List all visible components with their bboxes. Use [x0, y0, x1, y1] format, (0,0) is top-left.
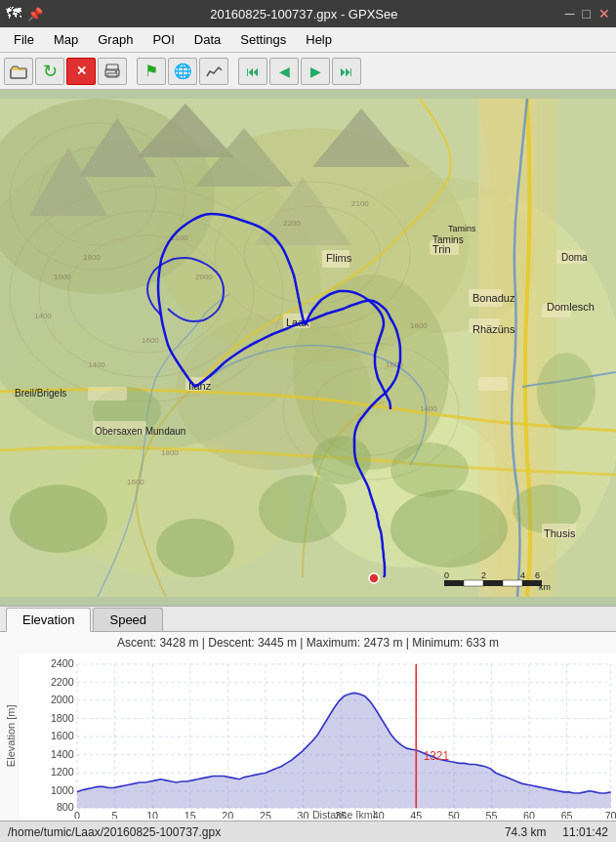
svg-text:45: 45 [410, 810, 422, 819]
svg-text:6: 6 [535, 570, 540, 580]
time: 11:01:42 [562, 825, 608, 839]
y-axis-label: Elevation [m] [2, 653, 20, 819]
svg-point-46 [10, 484, 107, 553]
window-title: 20160825-100737.gpx - GPXSee [43, 7, 565, 21]
svg-text:1400: 1400 [51, 748, 74, 760]
svg-text:1600: 1600 [142, 336, 159, 345]
svg-text:Flims: Flims [326, 252, 352, 264]
graph-stats: Ascent: 3428 m | Descent: 3445 m | Maxim… [0, 636, 616, 650]
svg-text:Bonaduz: Bonaduz [472, 292, 515, 304]
minimize-button[interactable]: ─ [565, 6, 575, 21]
svg-rect-82 [464, 580, 483, 586]
svg-text:Domlesch: Domlesch [547, 301, 595, 313]
menu-data[interactable]: Data [185, 30, 230, 49]
title-left: 🗺 📌 [6, 5, 43, 22]
svg-text:1800: 1800 [410, 321, 428, 330]
svg-text:30: 30 [298, 810, 309, 819]
svg-text:1800: 1800 [51, 712, 74, 724]
svg-text:Doma: Doma [561, 252, 588, 263]
menu-poi[interactable]: POI [143, 30, 184, 49]
svg-text:1400: 1400 [88, 360, 105, 369]
reload-button[interactable]: ↻ [35, 58, 64, 85]
svg-point-52 [390, 442, 469, 497]
graph-canvas-wrapper[interactable]: Elevation [m] [0, 653, 616, 819]
svg-text:0: 0 [74, 810, 80, 819]
svg-text:10: 10 [146, 810, 158, 819]
svg-text:55: 55 [485, 810, 497, 819]
next-next-button[interactable]: ⏭ [332, 58, 361, 85]
flag-button[interactable]: ⚑ [137, 58, 166, 85]
svg-text:km: km [539, 582, 551, 592]
svg-rect-81 [444, 580, 464, 586]
tab-elevation[interactable]: Elevation [6, 608, 91, 632]
close-file-button[interactable]: ✕ [66, 58, 96, 85]
svg-text:2000: 2000 [51, 694, 74, 705]
svg-point-80 [369, 573, 379, 583]
svg-text:Obersaxen Mundaun: Obersaxen Mundaun [95, 426, 185, 437]
svg-text:20: 20 [222, 810, 233, 819]
menu-file[interactable]: File [4, 30, 44, 49]
menu-bar: File Map Graph POI Data Settings Help [0, 27, 616, 53]
svg-text:60: 60 [523, 810, 535, 819]
menu-graph[interactable]: Graph [88, 30, 143, 49]
svg-text:2100: 2100 [351, 199, 369, 208]
elevation-graph: 2400 2200 2000 1800 1600 1400 1200 1000 … [20, 653, 616, 819]
window-controls: ─ □ ✕ [565, 6, 610, 21]
svg-rect-66 [478, 377, 508, 391]
menu-map[interactable]: Map [44, 30, 88, 49]
svg-text:Thusis: Thusis [544, 527, 576, 539]
globe-button[interactable]: 🌐 [168, 58, 197, 85]
print-button[interactable] [98, 58, 127, 85]
svg-text:Rhäzüns: Rhäzüns [472, 323, 515, 335]
distance: 74.3 km [505, 825, 547, 839]
svg-text:50: 50 [448, 810, 460, 819]
toolbar: ↻ ✕ ⚑ 🌐 ⏮ ◀ ▶ ⏭ [0, 53, 616, 90]
svg-text:25: 25 [260, 810, 271, 819]
svg-point-54 [537, 353, 595, 431]
svg-text:4: 4 [520, 570, 525, 580]
status-bar: /home/tumic/Laax/20160825-100737.gpx 74.… [0, 821, 616, 842]
svg-text:65: 65 [561, 810, 573, 819]
next-button[interactable]: ▶ [301, 58, 330, 85]
maximize-button[interactable]: □ [583, 6, 591, 21]
topo-map: 1800 2100 2000 1600 2200 2100 1600 1800 … [0, 90, 616, 606]
file-path: /home/tumic/Laax/20160825-100737.gpx [8, 825, 221, 839]
svg-text:1800: 1800 [83, 253, 101, 262]
svg-text:5: 5 [112, 810, 118, 819]
graph-content: Ascent: 3428 m | Descent: 3445 m | Maxim… [0, 632, 616, 821]
svg-text:Distance [km]: Distance [km] [312, 809, 376, 819]
tab-bar: Elevation Speed [0, 607, 616, 632]
menu-settings[interactable]: Settings [230, 30, 296, 49]
svg-text:Tamins: Tamins [432, 234, 464, 245]
svg-text:1200: 1200 [51, 766, 74, 778]
svg-rect-84 [503, 580, 522, 586]
close-button[interactable]: ✕ [598, 6, 610, 21]
svg-text:70: 70 [605, 810, 616, 819]
svg-text:2: 2 [481, 570, 486, 580]
svg-text:2400: 2400 [51, 657, 74, 669]
title-bar: 🗺 📌 20160825-100737.gpx - GPXSee ─ □ ✕ [0, 0, 616, 27]
svg-point-49 [259, 475, 347, 543]
svg-text:0: 0 [444, 570, 449, 580]
svg-point-4 [115, 70, 117, 72]
prev-prev-button[interactable]: ⏮ [238, 58, 267, 85]
svg-point-47 [390, 489, 508, 568]
open-button[interactable] [4, 58, 33, 85]
map-svg: 1800 2100 2000 1600 2200 2100 1600 1800 … [0, 90, 616, 606]
svg-text:1321: 1321 [424, 749, 450, 763]
map-area[interactable]: 1800 2100 2000 1600 2200 2100 1600 1800 … [0, 90, 616, 606]
svg-point-48 [156, 519, 234, 577]
app-icon: 🗺 [6, 5, 21, 22]
prev-button[interactable]: ◀ [269, 58, 299, 85]
svg-text:1400: 1400 [34, 312, 52, 320]
svg-text:1600: 1600 [54, 273, 71, 281]
svg-text:15: 15 [185, 810, 196, 819]
graph-panel: Elevation Speed Ascent: 3428 m | Descent… [0, 606, 616, 821]
svg-text:1000: 1000 [51, 784, 74, 796]
graph-toggle-button[interactable] [199, 58, 228, 85]
graph-inner[interactable]: 2400 2200 2000 1800 1600 1400 1200 1000 … [20, 653, 616, 819]
tab-speed[interactable]: Speed [93, 608, 163, 631]
svg-text:1600: 1600 [51, 730, 74, 741]
menu-help[interactable]: Help [296, 30, 342, 49]
svg-rect-83 [483, 580, 503, 586]
